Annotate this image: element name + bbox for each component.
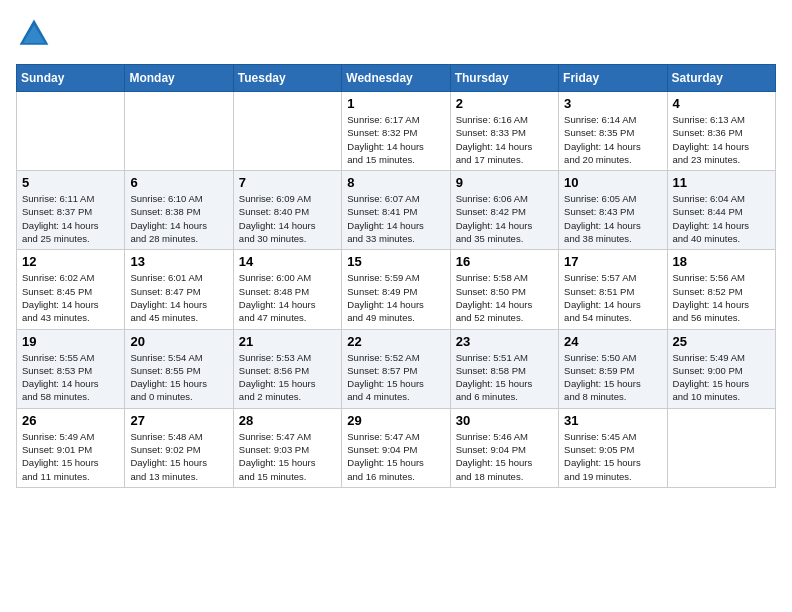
day-number: 3 <box>564 96 661 111</box>
day-info: Sunrise: 5:45 AM Sunset: 9:05 PM Dayligh… <box>564 430 661 483</box>
calendar-body: 1Sunrise: 6:17 AM Sunset: 8:32 PM Daylig… <box>17 92 776 488</box>
calendar-week-2: 5Sunrise: 6:11 AM Sunset: 8:37 PM Daylig… <box>17 171 776 250</box>
calendar-cell: 4Sunrise: 6:13 AM Sunset: 8:36 PM Daylig… <box>667 92 775 171</box>
weekday-header-saturday: Saturday <box>667 65 775 92</box>
calendar-cell: 26Sunrise: 5:49 AM Sunset: 9:01 PM Dayli… <box>17 408 125 487</box>
calendar-week-5: 26Sunrise: 5:49 AM Sunset: 9:01 PM Dayli… <box>17 408 776 487</box>
logo <box>16 16 56 52</box>
header <box>16 16 776 52</box>
day-info: Sunrise: 6:10 AM Sunset: 8:38 PM Dayligh… <box>130 192 227 245</box>
calendar-cell: 23Sunrise: 5:51 AM Sunset: 8:58 PM Dayli… <box>450 329 558 408</box>
calendar-cell: 21Sunrise: 5:53 AM Sunset: 8:56 PM Dayli… <box>233 329 341 408</box>
day-info: Sunrise: 5:55 AM Sunset: 8:53 PM Dayligh… <box>22 351 119 404</box>
day-info: Sunrise: 5:52 AM Sunset: 8:57 PM Dayligh… <box>347 351 444 404</box>
day-number: 22 <box>347 334 444 349</box>
day-number: 17 <box>564 254 661 269</box>
day-info: Sunrise: 6:01 AM Sunset: 8:47 PM Dayligh… <box>130 271 227 324</box>
day-number: 15 <box>347 254 444 269</box>
day-info: Sunrise: 5:47 AM Sunset: 9:03 PM Dayligh… <box>239 430 336 483</box>
calendar-cell <box>667 408 775 487</box>
day-number: 7 <box>239 175 336 190</box>
day-info: Sunrise: 5:59 AM Sunset: 8:49 PM Dayligh… <box>347 271 444 324</box>
calendar-week-1: 1Sunrise: 6:17 AM Sunset: 8:32 PM Daylig… <box>17 92 776 171</box>
day-number: 10 <box>564 175 661 190</box>
weekday-header-tuesday: Tuesday <box>233 65 341 92</box>
day-info: Sunrise: 5:47 AM Sunset: 9:04 PM Dayligh… <box>347 430 444 483</box>
day-number: 29 <box>347 413 444 428</box>
day-info: Sunrise: 5:51 AM Sunset: 8:58 PM Dayligh… <box>456 351 553 404</box>
day-number: 16 <box>456 254 553 269</box>
calendar-cell: 2Sunrise: 6:16 AM Sunset: 8:33 PM Daylig… <box>450 92 558 171</box>
day-info: Sunrise: 6:09 AM Sunset: 8:40 PM Dayligh… <box>239 192 336 245</box>
day-info: Sunrise: 6:07 AM Sunset: 8:41 PM Dayligh… <box>347 192 444 245</box>
weekday-header-thursday: Thursday <box>450 65 558 92</box>
day-number: 14 <box>239 254 336 269</box>
calendar-header: SundayMondayTuesdayWednesdayThursdayFrid… <box>17 65 776 92</box>
calendar-cell: 16Sunrise: 5:58 AM Sunset: 8:50 PM Dayli… <box>450 250 558 329</box>
calendar-cell: 18Sunrise: 5:56 AM Sunset: 8:52 PM Dayli… <box>667 250 775 329</box>
day-info: Sunrise: 5:49 AM Sunset: 9:01 PM Dayligh… <box>22 430 119 483</box>
calendar-cell: 7Sunrise: 6:09 AM Sunset: 8:40 PM Daylig… <box>233 171 341 250</box>
day-number: 18 <box>673 254 770 269</box>
day-number: 24 <box>564 334 661 349</box>
day-number: 2 <box>456 96 553 111</box>
day-info: Sunrise: 6:17 AM Sunset: 8:32 PM Dayligh… <box>347 113 444 166</box>
day-number: 19 <box>22 334 119 349</box>
calendar-cell: 28Sunrise: 5:47 AM Sunset: 9:03 PM Dayli… <box>233 408 341 487</box>
weekday-header-monday: Monday <box>125 65 233 92</box>
calendar-week-3: 12Sunrise: 6:02 AM Sunset: 8:45 PM Dayli… <box>17 250 776 329</box>
day-info: Sunrise: 5:46 AM Sunset: 9:04 PM Dayligh… <box>456 430 553 483</box>
day-info: Sunrise: 5:53 AM Sunset: 8:56 PM Dayligh… <box>239 351 336 404</box>
day-number: 13 <box>130 254 227 269</box>
day-info: Sunrise: 5:57 AM Sunset: 8:51 PM Dayligh… <box>564 271 661 324</box>
weekday-header-row: SundayMondayTuesdayWednesdayThursdayFrid… <box>17 65 776 92</box>
calendar-cell: 11Sunrise: 6:04 AM Sunset: 8:44 PM Dayli… <box>667 171 775 250</box>
day-number: 12 <box>22 254 119 269</box>
calendar-cell: 6Sunrise: 6:10 AM Sunset: 8:38 PM Daylig… <box>125 171 233 250</box>
calendar-cell: 31Sunrise: 5:45 AM Sunset: 9:05 PM Dayli… <box>559 408 667 487</box>
day-info: Sunrise: 6:16 AM Sunset: 8:33 PM Dayligh… <box>456 113 553 166</box>
day-number: 9 <box>456 175 553 190</box>
day-info: Sunrise: 6:11 AM Sunset: 8:37 PM Dayligh… <box>22 192 119 245</box>
calendar-cell: 12Sunrise: 6:02 AM Sunset: 8:45 PM Dayli… <box>17 250 125 329</box>
day-number: 28 <box>239 413 336 428</box>
calendar-cell: 29Sunrise: 5:47 AM Sunset: 9:04 PM Dayli… <box>342 408 450 487</box>
day-number: 23 <box>456 334 553 349</box>
day-info: Sunrise: 5:50 AM Sunset: 8:59 PM Dayligh… <box>564 351 661 404</box>
day-info: Sunrise: 6:00 AM Sunset: 8:48 PM Dayligh… <box>239 271 336 324</box>
weekday-header-wednesday: Wednesday <box>342 65 450 92</box>
calendar-cell: 17Sunrise: 5:57 AM Sunset: 8:51 PM Dayli… <box>559 250 667 329</box>
calendar-cell: 10Sunrise: 6:05 AM Sunset: 8:43 PM Dayli… <box>559 171 667 250</box>
day-number: 21 <box>239 334 336 349</box>
calendar-cell: 25Sunrise: 5:49 AM Sunset: 9:00 PM Dayli… <box>667 329 775 408</box>
calendar-cell: 14Sunrise: 6:00 AM Sunset: 8:48 PM Dayli… <box>233 250 341 329</box>
day-number: 31 <box>564 413 661 428</box>
calendar-cell: 19Sunrise: 5:55 AM Sunset: 8:53 PM Dayli… <box>17 329 125 408</box>
calendar-week-4: 19Sunrise: 5:55 AM Sunset: 8:53 PM Dayli… <box>17 329 776 408</box>
calendar-cell <box>233 92 341 171</box>
day-info: Sunrise: 5:54 AM Sunset: 8:55 PM Dayligh… <box>130 351 227 404</box>
day-number: 5 <box>22 175 119 190</box>
calendar-cell: 27Sunrise: 5:48 AM Sunset: 9:02 PM Dayli… <box>125 408 233 487</box>
day-info: Sunrise: 5:48 AM Sunset: 9:02 PM Dayligh… <box>130 430 227 483</box>
day-info: Sunrise: 6:13 AM Sunset: 8:36 PM Dayligh… <box>673 113 770 166</box>
calendar-cell: 30Sunrise: 5:46 AM Sunset: 9:04 PM Dayli… <box>450 408 558 487</box>
day-number: 8 <box>347 175 444 190</box>
calendar-cell: 24Sunrise: 5:50 AM Sunset: 8:59 PM Dayli… <box>559 329 667 408</box>
calendar-cell <box>125 92 233 171</box>
day-info: Sunrise: 6:04 AM Sunset: 8:44 PM Dayligh… <box>673 192 770 245</box>
calendar-cell: 3Sunrise: 6:14 AM Sunset: 8:35 PM Daylig… <box>559 92 667 171</box>
day-number: 27 <box>130 413 227 428</box>
day-info: Sunrise: 5:56 AM Sunset: 8:52 PM Dayligh… <box>673 271 770 324</box>
calendar-cell: 13Sunrise: 6:01 AM Sunset: 8:47 PM Dayli… <box>125 250 233 329</box>
day-number: 25 <box>673 334 770 349</box>
day-info: Sunrise: 5:49 AM Sunset: 9:00 PM Dayligh… <box>673 351 770 404</box>
calendar-cell: 9Sunrise: 6:06 AM Sunset: 8:42 PM Daylig… <box>450 171 558 250</box>
calendar-cell: 8Sunrise: 6:07 AM Sunset: 8:41 PM Daylig… <box>342 171 450 250</box>
day-number: 26 <box>22 413 119 428</box>
weekday-header-sunday: Sunday <box>17 65 125 92</box>
calendar-cell: 5Sunrise: 6:11 AM Sunset: 8:37 PM Daylig… <box>17 171 125 250</box>
day-info: Sunrise: 6:02 AM Sunset: 8:45 PM Dayligh… <box>22 271 119 324</box>
calendar-cell: 1Sunrise: 6:17 AM Sunset: 8:32 PM Daylig… <box>342 92 450 171</box>
calendar-cell: 15Sunrise: 5:59 AM Sunset: 8:49 PM Dayli… <box>342 250 450 329</box>
